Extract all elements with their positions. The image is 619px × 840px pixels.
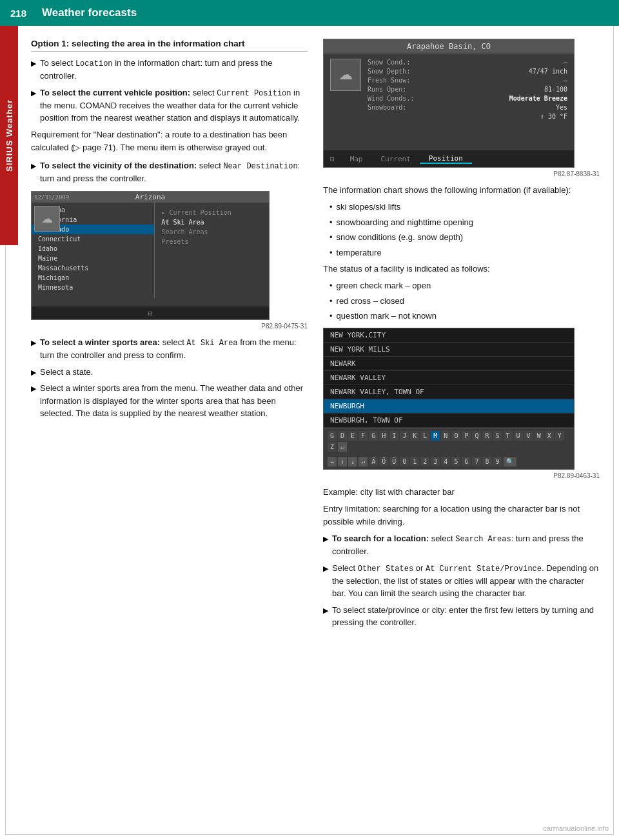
nyc-char-enter: ↵	[338, 442, 347, 452]
info-bullet-3: • snow conditions (e.g. snow depth)	[323, 231, 600, 244]
az-date: 12/31/2009	[34, 194, 69, 201]
arap-value-5: Moderate Breeze	[509, 95, 567, 102]
nyc-char-bar-bottom: ← ↑ ↓ ↵ Ä Ö Ü 0 1 2 3 4 5 6 7 8 9	[324, 454, 574, 469]
az-state-ma: Massachusetts	[32, 263, 154, 273]
info-bullet-text-3: snow conditions (e.g. snow depth)	[337, 231, 464, 244]
nyc-char-K: K	[410, 431, 419, 441]
arap-icon: ☁	[330, 59, 361, 91]
arap-value-6: Yes	[556, 104, 567, 111]
entry-limitation: Entry limitation: searching for a locati…	[323, 503, 600, 528]
az-right-presets: Presets	[159, 237, 265, 246]
nyc-char-bar-top: G D E F G H I J K L M N O P Q R S	[324, 428, 574, 454]
watermark: carmanualonline.info	[543, 825, 609, 832]
nyc-char-down: ↓	[348, 457, 357, 466]
code-location: Location	[75, 59, 113, 68]
arap-header: Arapahoe Basin, CO	[324, 39, 574, 54]
az-footer: ⊟	[32, 306, 269, 319]
nyc-char-D: D	[338, 431, 347, 441]
status-bullet-2: • red cross – closed	[323, 295, 600, 308]
arap-footer-map: Map	[341, 155, 372, 163]
arap-label-4: Runs Open:	[368, 86, 406, 93]
code-near-dest: Near Destination	[223, 162, 297, 171]
status-bullet-3: • question mark – not known	[323, 310, 600, 323]
arap-row-6: Snowboard: Yes	[368, 104, 567, 111]
nyc-char-E: E	[348, 431, 357, 441]
bullet-text-4: To select a winter sports area: select A…	[40, 336, 308, 362]
nyc-char-W: W	[535, 431, 544, 441]
arap-caption: P82.87-8838-31	[323, 170, 600, 177]
az-caption: P82.89-0475-31	[31, 323, 308, 330]
status-bullet-text-1: green check mark – open	[337, 279, 431, 292]
code-current-position: Current Position	[217, 89, 291, 98]
nyc-char-O: O	[451, 431, 460, 441]
nyc-city-4: NEWARK VALLEY	[324, 371, 574, 385]
nyc-caption: P82.89-0463-31	[323, 472, 600, 479]
az-body: Arizona California Colorado Connecticut …	[32, 203, 269, 298]
arap-body: ☁ Snow Cond.: – Snow Depth: 47/47 inch F…	[324, 54, 574, 127]
search-bullet-text-3: To select state/province or city: enter …	[332, 604, 600, 629]
arap-label-3: Fresh Snow:	[368, 77, 410, 84]
nyc-char-oe: Ö	[379, 457, 388, 466]
nyc-city-3: NEWARK	[324, 357, 574, 371]
arap-value-1: –	[564, 59, 567, 66]
arap-row-2: Snow Depth: 47/47 inch	[368, 68, 567, 75]
az-screenshot: 12/31/2009 ☁ Arizona Arizona California …	[31, 191, 270, 320]
bullet-text-2: To select the current vehicle position: …	[40, 86, 308, 125]
header-title: Weather forecasts	[42, 6, 137, 19]
az-right-search: Search Areas	[159, 227, 265, 237]
nyc-char-4: 4	[441, 457, 450, 466]
arap-row-7: ↑ 30 °F	[368, 113, 567, 120]
arrow-icon-s3: ▶	[323, 605, 328, 616]
info-bullet-text-2: snowboarding and nighttime opening	[337, 216, 474, 229]
nyc-char-6: 6	[462, 457, 471, 466]
nyc-char-N: N	[441, 431, 450, 441]
info-bullet-text-4: temperature	[337, 246, 382, 259]
page-border-bottom	[5, 834, 614, 835]
nyc-char-I: I	[389, 431, 398, 441]
az-state-mi: Michigan	[32, 273, 154, 283]
dot-icon-s2: •	[329, 295, 333, 308]
code-search-areas: Search Areas	[455, 535, 511, 544]
nyc-char-H: H	[379, 431, 388, 441]
nyc-char-G2: G	[369, 431, 378, 441]
example-text: Example: city list with character bar	[323, 486, 600, 499]
arap-value-3: –	[564, 77, 567, 84]
nyc-char-L: L	[420, 431, 429, 441]
dot-icon-2: •	[329, 216, 333, 229]
az-right-current: ▸ Current Position	[159, 208, 265, 217]
side-tab: SIRIUS Weather	[0, 26, 18, 245]
status-bullet-text-3: question mark – not known	[337, 310, 437, 323]
nyc-city-5: NEWARK VALLEY, TOWN OF	[324, 385, 574, 399]
nyc-char-up: ↑	[338, 457, 347, 466]
nyc-char-back: ←	[328, 457, 337, 466]
bullet-item-6: ▶ Select a winter sports area from the m…	[31, 382, 308, 420]
info-bullet-text-1: ski slopes/ski lifts	[337, 201, 401, 214]
bullet-item-2: ▶ To select the current vehicle position…	[31, 86, 308, 125]
az-state-ct: Connecticut	[32, 234, 154, 244]
search-bullet-1: ▶ To search for a location: select Searc…	[323, 532, 600, 558]
bullet-text-1: To select Location in the information ch…	[40, 57, 308, 83]
az-weather-icon: ☁	[34, 206, 60, 232]
az-state-id: Idaho	[32, 244, 154, 254]
side-tab-label: SIRIUS Weather	[5, 99, 14, 172]
nyc-char-ue: Ü	[389, 457, 398, 466]
az-right-panel: ▸ Current Position At Ski Area Search Ar…	[155, 203, 269, 298]
dot-icon-3: •	[329, 231, 333, 244]
nyc-city-7: NEWBURGH, TOWN OF	[324, 414, 574, 428]
nyc-city-2: NEW YORK MILLS	[324, 343, 574, 357]
info-bullet-2: • snowboarding and nighttime opening	[323, 216, 600, 229]
az-state-me: Maine	[32, 254, 154, 263]
arap-info: Snow Cond.: – Snow Depth: 47/47 inch Fre…	[368, 59, 567, 122]
page-number: 218	[10, 8, 26, 19]
dot-icon-1: •	[329, 201, 333, 214]
arap-footer: ⊟ Map Current Position	[324, 150, 574, 167]
arap-label-5: Wind Conds.:	[368, 95, 414, 102]
nyc-char-Y: Y	[555, 431, 564, 441]
nyc-char-Z: Z	[328, 442, 337, 452]
section-heading: Option 1: selecting the area in the info…	[31, 39, 308, 52]
nyc-char-2: 2	[420, 457, 429, 466]
code-at-current: At Current State/Province	[426, 565, 542, 574]
arap-footer-current: Current	[372, 155, 420, 163]
bullet-item-1: ▶ To select Location in the information …	[31, 57, 308, 83]
arap-label-1: Snow Cond.:	[368, 59, 410, 66]
